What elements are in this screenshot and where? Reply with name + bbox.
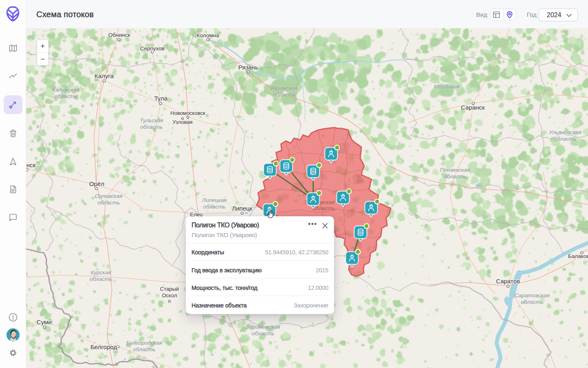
svg-text:Липецк: Липецк [232, 205, 252, 212]
svg-text:область: область [97, 200, 120, 206]
svg-text:Рязанская: Рязанская [271, 85, 298, 91]
svg-text:Узловая: Узловая [172, 119, 192, 125]
svg-text:область: область [203, 204, 225, 210]
svg-text:Курская: Курская [91, 269, 111, 276]
svg-text:Саранск: Саранск [461, 104, 485, 111]
svg-text:Саратов: Саратов [496, 278, 520, 285]
svg-text:область: область [521, 299, 543, 305]
svg-text:область: область [54, 93, 77, 99]
svg-text:Орёл: Орёл [89, 180, 104, 187]
svg-text:Белгород: Белгород [90, 343, 117, 350]
svg-text:Балаково: Балаково [568, 253, 588, 259]
svg-text:область: область [443, 173, 466, 180]
svg-text:Калуга: Калуга [95, 72, 114, 79]
svg-text:область: область [554, 136, 576, 142]
svg-text:Белгородская: Белгородская [126, 340, 162, 346]
svg-text:Серпухов: Серпухов [140, 45, 165, 52]
svg-text:Суми: Суми [37, 319, 52, 325]
svg-text:область: область [273, 92, 295, 98]
svg-text:область: область [89, 276, 112, 282]
svg-text:Тульская: Тульская [140, 117, 163, 123]
svg-text:Старый: Старый [160, 286, 179, 292]
svg-text:Калужская: Калужская [52, 87, 80, 93]
svg-text:Рязань: Рязань [238, 64, 258, 71]
svg-text:Саратовская: Саратовская [514, 292, 550, 298]
svg-text:нск: нск [27, 162, 36, 168]
svg-text:Воронежская: Воронежская [246, 324, 280, 330]
svg-text:Пензенская: Пензенская [440, 167, 470, 173]
svg-text:область: область [312, 205, 335, 211]
svg-text:Новомосковск: Новомосковск [170, 110, 205, 116]
svg-text:Обнинск: Обнинск [108, 32, 130, 38]
svg-text:область: область [140, 124, 163, 130]
svg-text:Коломна: Коломна [197, 32, 219, 38]
svg-text:Тула: Тула [154, 95, 168, 102]
svg-text:Оскол: Оскол [162, 292, 177, 298]
svg-text:область: область [133, 346, 155, 352]
svg-text:Ульяновская: Ульяновская [548, 129, 581, 135]
svg-text:область: область [252, 330, 274, 337]
svg-text:Мордовия: Мордовия [434, 83, 460, 90]
svg-text:Орловская: Орловская [95, 193, 122, 199]
svg-text:Липецкая: Липецкая [202, 197, 227, 203]
